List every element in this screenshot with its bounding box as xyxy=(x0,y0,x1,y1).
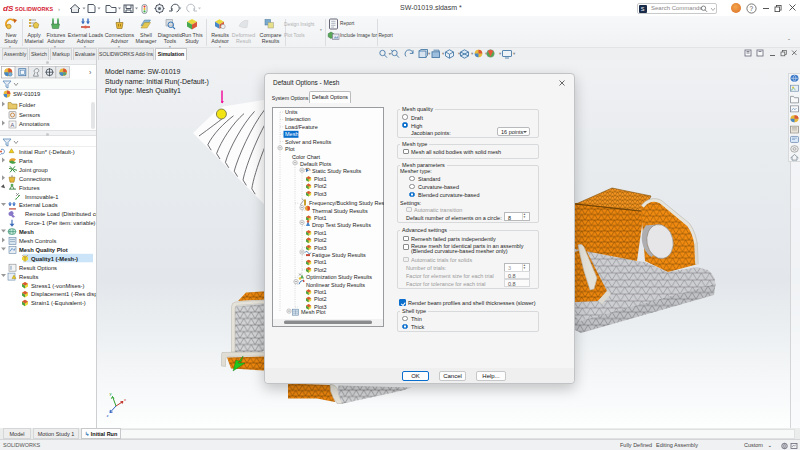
svg-text:Remote Load (Distributed con: Remote Load (Distributed con xyxy=(25,211,96,217)
svg-text:Stress1 (-vonMises-): Stress1 (-vonMises-) xyxy=(31,283,85,289)
svg-text:Joint group: Joint group xyxy=(19,167,48,173)
svg-text:Quality1 (-Mesh-): Quality1 (-Mesh-) xyxy=(31,256,78,262)
svg-text:›: › xyxy=(58,6,60,12)
svg-text:Result Options: Result Options xyxy=(19,265,57,271)
svg-text:Strain1 (-Equivalent-): Strain1 (-Equivalent-) xyxy=(31,300,86,306)
svg-text:Sensors: Sensors xyxy=(19,112,40,118)
svg-text:Fixtures: Fixtures xyxy=(19,185,40,191)
svg-text:Mesh Quality Plot: Mesh Quality Plot xyxy=(19,247,68,253)
svg-text:Initial Run* (-Default-): Initial Run* (-Default-) xyxy=(19,149,75,155)
svg-text:S: S xyxy=(641,6,645,12)
svg-text:Mesh: Mesh xyxy=(19,229,34,235)
svg-text:Connections: Connections xyxy=(19,176,51,182)
svg-text:›: › xyxy=(89,69,92,76)
svg-text:Displacement1 (-Res disp-): Displacement1 (-Res disp-) xyxy=(31,291,96,297)
svg-text:SW-01019: SW-01019 xyxy=(13,91,40,97)
svg-text:x: x xyxy=(124,397,127,402)
svg-text:y: y xyxy=(110,391,113,396)
svg-text:Force-1 (Per item: variable): Force-1 (Per item: variable) xyxy=(25,220,96,226)
svg-text:Parts: Parts xyxy=(19,158,33,164)
svg-text:External Loads: External Loads xyxy=(19,202,58,208)
svg-text:?: ? xyxy=(750,5,754,12)
svg-text:Immovable-1: Immovable-1 xyxy=(25,194,59,200)
svg-text:Results: Results xyxy=(19,274,38,280)
svg-text:Folder: Folder xyxy=(19,102,36,108)
svg-text:z: z xyxy=(107,413,109,418)
svg-text:Mesh Controls: Mesh Controls xyxy=(19,238,56,244)
svg-text:Annotations: Annotations xyxy=(19,121,50,127)
svg-text:ɗS: ɗS xyxy=(3,4,14,13)
svg-text:SOLIDWORKS: SOLIDWORKS xyxy=(15,6,53,12)
svg-text:A: A xyxy=(11,122,15,128)
